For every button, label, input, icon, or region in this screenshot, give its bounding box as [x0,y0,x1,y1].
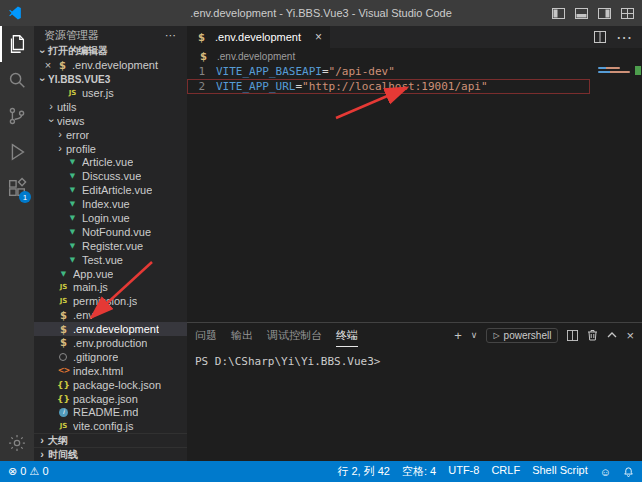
tree-item-package-lock.json[interactable]: {}package-lock.json [34,378,187,392]
close-tab-icon[interactable]: × [315,30,322,44]
tree-item-views[interactable]: ›views [34,114,187,128]
panel-tab-输出[interactable]: 输出 [231,323,253,347]
run-debug-icon[interactable] [0,134,34,170]
chevron-down-icon: › [37,45,48,57]
panel-tab-终端[interactable]: 终端 [336,323,358,347]
tree-item-label: .gitignore [73,351,118,363]
panel-tab-问题[interactable]: 问题 [195,323,217,347]
tree-item-main.js[interactable]: JSmain.js [34,280,187,294]
toggle-panel-icon[interactable] [575,8,588,19]
code-token: = [295,79,302,94]
shell-name: powershell [504,330,552,341]
settings-gear-icon[interactable] [0,425,34,461]
editor-more-actions-icon[interactable]: ⋯ [616,28,632,47]
tree-item-Register.vue[interactable]: ▼Register.vue [34,239,187,253]
minimap-git-decoration [635,66,641,75]
tree-item-error[interactable]: ›error [34,128,187,142]
warning-icon: ⚠ [29,465,39,477]
tree-item-permission.js[interactable]: JSpermission.js [34,294,187,308]
tree-item-package.json[interactable]: {}package.json [34,392,187,406]
tree-item-user.js[interactable]: JSuser.js [34,86,187,100]
toggle-secondary-sidebar-icon[interactable] [598,8,611,19]
tree-item-Index.vue[interactable]: ▼Index.vue [34,197,187,211]
status-item[interactable]: 空格: 4 [402,464,436,479]
tree-item-README.md[interactable]: iREADME.md [34,405,187,419]
file-tree: JSuser.js›utils›views›error›profile▼Arti… [34,86,187,433]
open-editors-section[interactable]: › 打开的编辑器 [34,44,187,58]
tree-item-.env.production[interactable]: $.env.production [34,336,187,350]
window-title: .env.development - Yi.BBS.Vue3 - Visual … [190,7,452,19]
problems-status[interactable]: ⊗ 0 ⚠ 0 [8,465,49,478]
tree-item-Discuss.vue[interactable]: ▼Discuss.vue [34,169,187,183]
terminal-dropdown-icon[interactable]: ∨ [471,330,478,340]
tree-item-Article.vue[interactable]: ▼Article.vue [34,155,187,169]
breadcrumb[interactable]: $ .env.development [187,48,642,64]
timeline-section[interactable]: › 时间线 [34,447,187,461]
minimap[interactable] [594,64,642,322]
status-item[interactable]: CRLF [491,464,520,479]
search-icon[interactable] [0,62,34,98]
tree-item-vite.config.js[interactable]: JSvite.config.js [34,419,187,433]
tree-item-index.html[interactable]: <>index.html [34,364,187,378]
toggle-sidebar-icon[interactable] [552,8,565,19]
notifications-bell-icon[interactable] [623,466,634,478]
code-token: "/api-dev" [329,64,395,79]
tab-env-development[interactable]: $ .env.development × [187,26,330,48]
open-editor-item-env-development[interactable]: × $ .env.development [34,58,187,72]
status-item[interactable]: Shell Script [532,464,588,479]
tree-item-NotFound.vue[interactable]: ▼NotFound.vue [34,225,187,239]
customize-layout-icon[interactable] [621,8,634,19]
panel-tab-调试控制台[interactable]: 调试控制台 [267,323,322,347]
more-actions-icon[interactable]: ⋯ [165,29,177,42]
terminal-output[interactable]: PS D:\CSharp\Yi\Yi.BBS.Vue3> [187,347,642,376]
close-icon[interactable]: × [42,59,54,71]
close-panel-icon[interactable]: × [626,328,634,343]
chevron-down-icon: › [46,115,57,127]
status-item[interactable]: UTF-8 [448,464,479,479]
status-right-items: 行 2, 列 42空格: 4UTF-8CRLFShell Script [337,464,587,479]
extensions-icon[interactable]: 1 [0,170,34,206]
code-line-2[interactable]: 2VITE_APP_URL="http://localhost:19001/ap… [187,79,590,94]
tree-item-label: NotFound.vue [82,226,151,238]
status-item[interactable]: 行 2, 列 42 [337,464,390,479]
maximize-panel-icon[interactable] [607,332,617,338]
explorer-icon[interactable] [0,26,34,62]
shell-selector-button[interactable]: ▷ powershell [486,328,558,343]
new-terminal-icon[interactable]: + [454,328,462,343]
tree-item-.env[interactable]: $.env [34,308,187,322]
tree-item-.env.development[interactable]: $.env.development [34,322,187,336]
code-editor[interactable]: 1VITE_APP_BASEAPI="/api-dev"2VITE_APP_UR… [187,64,642,322]
split-terminal-icon[interactable] [567,330,578,341]
tree-item-label: EditArticle.vue [82,184,152,196]
chevron-right-icon: › [36,435,48,446]
chevron-right-icon: › [36,449,48,460]
tree-item-utils[interactable]: ›utils [34,100,187,114]
json-icon: {} [57,394,70,404]
project-section[interactable]: › YI.BBS.VUE3 [34,72,187,86]
tree-item-profile[interactable]: ›profile [34,142,187,156]
kill-terminal-icon[interactable] [587,329,598,341]
tree-item-Test.vue[interactable]: ▼Test.vue [34,253,187,267]
tree-item-label: Test.vue [82,254,123,266]
tree-item-Login.vue[interactable]: ▼Login.vue [34,211,187,225]
js-icon: JS [57,297,70,305]
feedback-smiley-icon[interactable]: ☺ [600,466,611,478]
env-icon: $ [195,32,208,43]
code-token: VITE_APP_BASEAPI [216,64,322,79]
code-line-1[interactable]: 1VITE_APP_BASEAPI="/api-dev" [187,64,590,79]
tree-item-label: Discuss.vue [82,170,141,182]
outline-section[interactable]: › 大纲 [34,433,187,447]
powershell-icon: ▷ [493,331,499,340]
minimap-line [598,67,620,69]
tree-item-label: Login.vue [82,212,130,224]
tree-item-.gitignore[interactable]: .gitignore [34,350,187,364]
source-control-icon[interactable] [0,98,34,134]
tree-item-EditArticle.vue[interactable]: ▼EditArticle.vue [34,183,187,197]
tree-item-App.vue[interactable]: ▼App.vue [34,267,187,281]
chevron-right-icon: › [54,143,66,154]
split-editor-icon[interactable] [594,31,606,43]
chevron-right-icon: › [54,129,66,140]
title-bar: .env.development - Yi.BBS.Vue3 - Visual … [0,0,642,26]
vue-icon: ▼ [66,214,79,222]
chevron-right-icon: › [45,101,57,112]
